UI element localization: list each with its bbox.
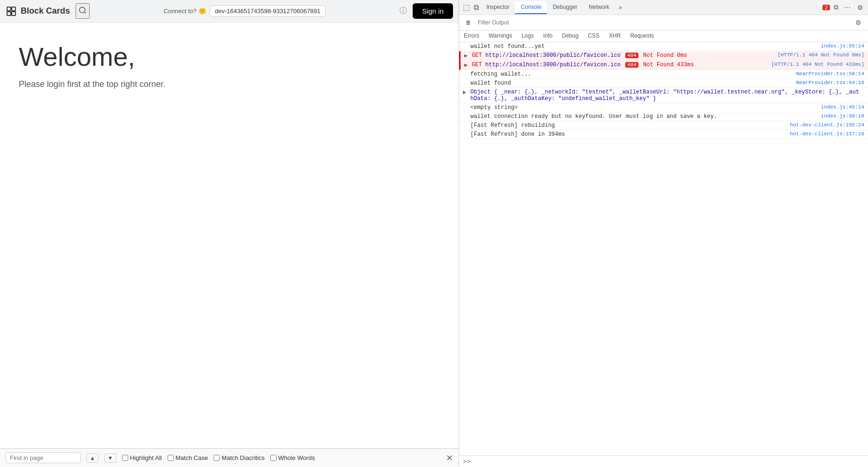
console-entry: ▶ GET http://localhost:3000/public/favic… bbox=[459, 51, 868, 61]
find-close-button[interactable]: ✕ bbox=[446, 453, 453, 463]
devtools-responsive-button[interactable]: ⧉ bbox=[472, 1, 481, 14]
console-entry: wallet found NearProvider.tsx:64:16 bbox=[459, 79, 868, 88]
console-entry: wallet connection ready but no keyfound.… bbox=[459, 112, 868, 121]
filter-debug[interactable]: Debug bbox=[557, 31, 583, 42]
filter-logs[interactable]: Logs bbox=[517, 31, 538, 42]
clear-console-button[interactable]: 🗑 bbox=[463, 17, 474, 28]
more-tabs-button[interactable]: » bbox=[615, 2, 626, 13]
console-settings-button[interactable]: ⚙ bbox=[853, 17, 864, 28]
devtools-panel: ⬚ ⧉ Inspector Console Debugger Network »… bbox=[459, 0, 868, 467]
connect-to: Connect to? 😕 bbox=[164, 8, 206, 15]
page-content: Welcome, Please login first at the top r… bbox=[0, 23, 459, 448]
match-case-option[interactable]: Match Case bbox=[168, 454, 208, 461]
console-prompt: >> bbox=[463, 458, 470, 465]
console-entry: ▶ GET http://localhost:3000/public/favic… bbox=[459, 61, 868, 70]
app-title: Block Cards bbox=[21, 6, 70, 16]
console-filter-tabs: Errors Warnings Logs Info Debug CSS XHR … bbox=[459, 31, 868, 42]
logo-area: Block Cards bbox=[6, 6, 70, 17]
filter-warnings[interactable]: Warnings bbox=[484, 31, 517, 42]
devtools-tabs: ⬚ ⧉ Inspector Console Debugger Network »… bbox=[459, 0, 868, 15]
welcome-subtitle: Please login first at the top right corn… bbox=[19, 79, 440, 89]
logo-icon bbox=[6, 6, 17, 17]
find-bar: ▲ ▼ Highlight All Match Case Match Diacr… bbox=[0, 448, 459, 467]
filter-xhr[interactable]: XHR bbox=[604, 31, 625, 42]
devtools-more-button[interactable]: ⋯ bbox=[842, 2, 853, 13]
top-bar: Block Cards Connect to? 😕 dev-1643651743… bbox=[0, 0, 459, 23]
filter-info[interactable]: Info bbox=[538, 31, 557, 42]
svg-rect-3 bbox=[12, 12, 15, 16]
filter-requests[interactable]: Requests bbox=[625, 31, 659, 42]
devtools-settings-button[interactable]: ⚙ bbox=[854, 2, 866, 13]
console-output: wallet not found...yet index.js:55:14 ▶ … bbox=[459, 42, 868, 455]
svg-rect-1 bbox=[12, 7, 15, 11]
devtools-dock-button[interactable]: ⧉ bbox=[832, 1, 840, 13]
find-prev-button[interactable]: ▲ bbox=[86, 453, 99, 463]
devtools-icons: 2 ⧉ ⋯ ⚙ bbox=[822, 1, 866, 13]
tab-network[interactable]: Network bbox=[583, 1, 615, 14]
tab-inspector[interactable]: Inspector bbox=[481, 1, 515, 14]
filter-errors[interactable]: Errors bbox=[459, 31, 484, 42]
console-entry: ▶ Object { _near: {…}, _networkId: "test… bbox=[459, 88, 868, 103]
svg-line-5 bbox=[84, 12, 86, 13]
match-diacritics-checkbox[interactable] bbox=[214, 455, 220, 461]
console-entry: <empty string> index.js:45:14 bbox=[459, 103, 868, 112]
find-next-button[interactable]: ▼ bbox=[104, 453, 116, 463]
console-input[interactable] bbox=[473, 458, 864, 465]
welcome-title: Welcome, bbox=[19, 41, 440, 72]
console-entry: [Fast Refresh] done in 394ms hot-dev-cli… bbox=[459, 130, 868, 139]
match-diacritics-option[interactable]: Match Diacritics bbox=[214, 454, 265, 461]
svg-rect-0 bbox=[7, 7, 11, 11]
url-area: Connect to? 😕 dev-1643651743598-93312706… bbox=[95, 5, 394, 17]
filter-css[interactable]: CSS bbox=[583, 31, 604, 42]
console-entry: wallet not found...yet index.js:55:14 bbox=[459, 42, 868, 51]
match-case-checkbox[interactable] bbox=[168, 455, 174, 461]
find-input[interactable] bbox=[6, 452, 81, 463]
console-entry: [Fast Refresh] rebuilding hot-dev-client… bbox=[459, 121, 868, 130]
highlight-all-checkbox[interactable] bbox=[122, 455, 128, 461]
sign-in-button[interactable]: Sign in bbox=[413, 3, 453, 19]
info-icon: ⓘ bbox=[399, 6, 407, 16]
svg-rect-2 bbox=[7, 12, 11, 16]
devtools-inspect-button[interactable]: ⬚ bbox=[461, 1, 472, 14]
whole-words-option[interactable]: Whole Words bbox=[270, 454, 315, 461]
console-input-row: >> bbox=[459, 455, 868, 467]
error-count-badge: 2 bbox=[822, 5, 830, 10]
tab-debugger[interactable]: Debugger bbox=[547, 1, 583, 14]
console-entry: fetching wallet... NearProvider.tsx:58:1… bbox=[459, 70, 868, 79]
tab-console[interactable]: Console bbox=[515, 1, 547, 14]
search-button[interactable] bbox=[76, 3, 90, 19]
whole-words-checkbox[interactable] bbox=[270, 455, 277, 461]
filter-input[interactable] bbox=[478, 19, 849, 26]
browser-area: Block Cards Connect to? 😕 dev-1643651743… bbox=[0, 0, 459, 467]
highlight-all-option[interactable]: Highlight All bbox=[122, 454, 162, 461]
url-bar: dev-1643651743598-93312706067891 bbox=[210, 5, 326, 17]
svg-point-4 bbox=[79, 7, 85, 13]
devtools-toolbar: 🗑 ⚙ bbox=[459, 15, 868, 31]
